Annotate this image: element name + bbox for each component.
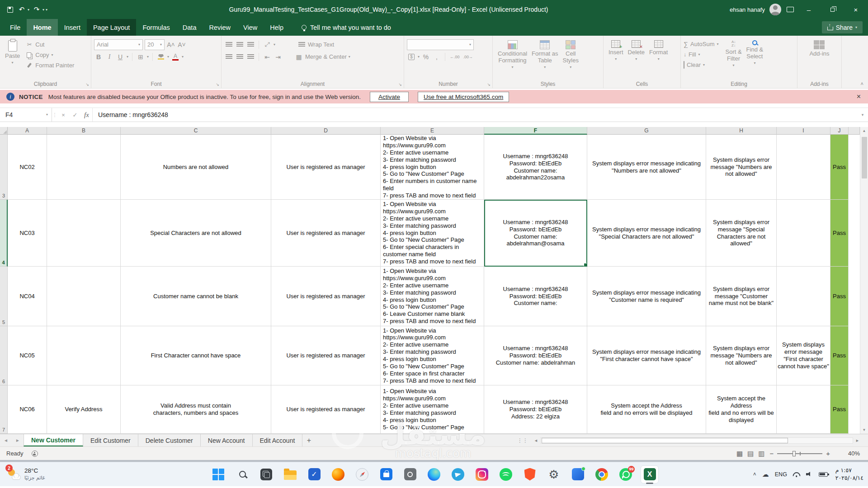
expand-formula-bar-icon[interactable]: ▾ (857, 108, 868, 122)
sort-filter-button[interactable]: A↓Z↓ Sort & Filter▾ (723, 38, 744, 67)
cell-b6[interactable] (47, 326, 121, 385)
cancel-entry-icon[interactable]: × (57, 108, 69, 122)
cell-e5[interactable]: 1- Open Website via https://www.guru99.c… (381, 267, 484, 326)
clipboard-dialog-launcher-icon[interactable]: ↘ (85, 82, 89, 87)
wrap-text-icon[interactable] (297, 40, 306, 50)
comma-style-icon[interactable]: , (432, 52, 441, 62)
todo-app-button[interactable]: ✓ (305, 465, 323, 483)
insert-function-icon[interactable]: fx (81, 108, 93, 122)
row-header-7[interactable]: 7 (0, 385, 8, 434)
volume-icon[interactable] (806, 471, 813, 477)
restore-button[interactable] (823, 0, 842, 19)
align-center-icon[interactable] (235, 52, 244, 62)
delete-cells-button[interactable]: × Delete▾ (626, 38, 647, 61)
cell-c3[interactable]: Numbers are not allowed (121, 135, 271, 200)
cell-a7[interactable]: NC06 (8, 385, 47, 434)
onedrive-cloud-icon[interactable]: ☁ (762, 470, 769, 479)
sheet-tab-delete-customer[interactable]: Delete Customer (138, 434, 201, 446)
cell-a6[interactable]: NC05 (8, 326, 47, 385)
cell-e6[interactable]: 1- Open Website via https://www.guru99.c… (381, 326, 484, 385)
cell-e7[interactable]: 1- Open Website via https://www.guru99.c… (381, 385, 484, 434)
cell-g7[interactable]: System accept the Address field and no e… (587, 385, 706, 434)
row-header-6[interactable]: 6 (0, 326, 8, 385)
normal-view-icon[interactable]: ▦ (736, 450, 743, 458)
row-header-4[interactable]: 4 (0, 200, 8, 267)
cell-d6[interactable]: User is registered as manager (271, 326, 381, 385)
firefox-button[interactable] (329, 465, 347, 483)
underline-button[interactable]: U (116, 52, 125, 62)
tab-home[interactable]: Home (27, 19, 57, 36)
cell-j5[interactable]: Pass (830, 267, 849, 326)
collapse-ribbon-icon[interactable]: ˄ (861, 81, 863, 86)
tab-view[interactable]: View (237, 19, 264, 36)
cell-i3[interactable] (777, 135, 830, 200)
cell-h7[interactable]: System accept the Address field and no e… (706, 385, 777, 434)
cell-e4[interactable]: 1- Open Website via https://www.guru99.c… (381, 200, 484, 267)
hscroll-left-icon[interactable]: ◄ (533, 438, 539, 443)
paste-button[interactable]: Paste▾ (3, 38, 22, 65)
scroll-up-icon[interactable]: ▲ (860, 127, 868, 135)
align-left-icon[interactable] (224, 52, 233, 62)
tabbar-resize-grip[interactable]: ⋮⋮ (517, 434, 528, 446)
column-header-f[interactable]: F (484, 127, 587, 135)
chrome-button[interactable] (593, 465, 611, 483)
redo-dropdown-icon[interactable]: ▾ (42, 8, 44, 12)
cell-styles-button[interactable]: Cell Styles▾ (561, 38, 581, 69)
cell-g4[interactable]: System displays error message indicating… (587, 200, 706, 267)
telegram-button[interactable] (449, 465, 467, 483)
zoom-out-icon[interactable]: − (769, 450, 774, 457)
share-button[interactable]: ↑ Share ▾ (822, 21, 863, 33)
wifi-icon[interactable] (793, 472, 800, 477)
instagram-button[interactable] (473, 465, 491, 483)
align-bottom-icon[interactable] (246, 40, 255, 50)
name-box[interactable]: F4▾ (0, 108, 52, 122)
format-as-table-button[interactable]: Format as Table▾ (529, 38, 561, 69)
brave-button[interactable] (521, 465, 539, 483)
cell-a5[interactable]: NC04 (8, 267, 47, 326)
settings-button[interactable]: ⚙ (545, 465, 563, 483)
cell-i4[interactable] (777, 200, 830, 267)
sheet-nav-right-icon[interactable]: ► (12, 434, 24, 446)
column-header-a[interactable]: A (8, 127, 47, 135)
insert-cells-button[interactable]: + Insert▾ (606, 38, 626, 61)
cell-c6[interactable]: First Character cannot have space (121, 326, 271, 385)
spotify-button[interactable] (497, 465, 515, 483)
language-indicator[interactable]: ENG (775, 471, 787, 478)
format-cells-button[interactable]: Format▾ (647, 38, 670, 61)
cell-i7[interactable] (777, 385, 830, 434)
decrease-decimal-icon[interactable]: .00→ (462, 52, 474, 62)
addins-button[interactable]: Add-ins (807, 38, 831, 57)
cell-d3[interactable]: User is registered as manager (271, 135, 381, 200)
microsoft-store-button[interactable] (377, 465, 395, 483)
save-icon[interactable] (5, 5, 14, 14)
new-sheet-button[interactable]: + (302, 434, 315, 446)
percent-style-icon[interactable]: % (421, 52, 430, 62)
confirm-entry-icon[interactable]: ✓ (69, 108, 81, 122)
blue-app-button[interactable] (569, 465, 587, 483)
use-free-button[interactable]: Use free at Microsoft365.com (418, 92, 509, 102)
selected-cell-f4[interactable]: Username : mngr636248 Password: bEtEdEb … (484, 200, 587, 267)
fill-button[interactable]: ↓Fill▾ (684, 50, 718, 59)
format-painter-button[interactable]: Format Painter (26, 60, 74, 70)
clear-button[interactable]: Clear▾ (684, 60, 718, 70)
font-color-icon[interactable]: A (171, 52, 180, 62)
column-header-b[interactable]: B (47, 127, 121, 135)
cell-e3[interactable]: 1- Open Website via https://www.guru99.c… (381, 135, 484, 200)
font-name-select[interactable]: Arial▾ (94, 39, 143, 50)
column-header-h[interactable]: H (706, 127, 777, 135)
zoom-slider-thumb[interactable] (793, 451, 796, 456)
column-header-g[interactable]: G (587, 127, 706, 135)
cell-i6[interactable]: System displays error message "First cha… (777, 326, 830, 385)
whatsapp-button[interactable]: 99 (617, 465, 635, 483)
cell-h5[interactable]: System displays error message "Customer … (706, 267, 777, 326)
user-name[interactable]: ehsan hanafy (730, 6, 765, 13)
sheet-tab-new-account[interactable]: New Account (201, 434, 253, 446)
copy-button[interactable]: Copy▾ (26, 50, 74, 60)
tell-me-box[interactable]: Tell me what you want to do (302, 19, 391, 36)
start-button[interactable] (209, 465, 227, 483)
align-right-icon[interactable] (246, 52, 255, 62)
cell-c7[interactable]: Valid Address must contain characters, n… (121, 385, 271, 434)
italic-button[interactable]: I (105, 52, 114, 62)
notice-close-icon[interactable]: × (857, 93, 861, 101)
vertical-scrollbar[interactable]: ▲ ▼ (860, 127, 868, 434)
